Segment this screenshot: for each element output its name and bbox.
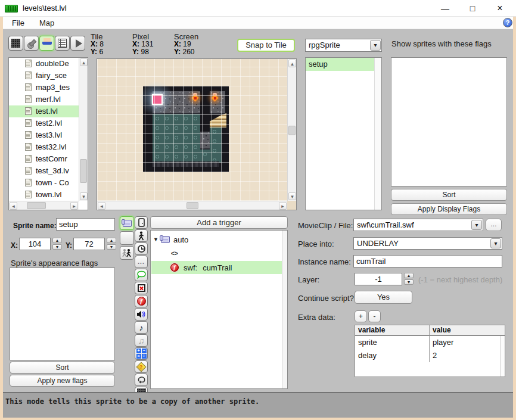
table-scrollbar[interactable]	[500, 336, 505, 377]
scroll-right-icon[interactable]	[70, 202, 78, 210]
file-list-hscrollbar[interactable]	[9, 201, 79, 210]
sprite-type-dropdown[interactable]: rpgSprite	[305, 39, 382, 52]
trigger-type-npc-button[interactable]	[120, 246, 134, 260]
level-file-list[interactable]: doubleDefairy_scemap3_tesmerf.lvltest.lv…	[8, 57, 88, 210]
stamp-mode-button[interactable]	[24, 36, 39, 51]
apply-display-flags-button[interactable]: Apply Display Flags	[391, 203, 507, 215]
trigger-music-button[interactable]: ♪	[135, 321, 148, 334]
browse-button[interactable]: ...	[486, 219, 502, 231]
file-list-item[interactable]: testComr	[9, 153, 79, 165]
file-list-item[interactable]: test32.lvl	[9, 141, 79, 153]
tree-item-code[interactable]: <>	[171, 247, 266, 260]
chevron-down-icon[interactable]	[471, 220, 482, 230]
scroll-down-icon[interactable]	[80, 192, 88, 200]
sprite-mode-button[interactable]	[39, 36, 54, 51]
scroll-down-icon[interactable]	[288, 192, 296, 200]
sprite-list-item[interactable]: setup	[306, 58, 374, 71]
vscroll-thumb[interactable]	[288, 126, 296, 135]
spin-up-icon[interactable]	[107, 238, 116, 243]
file-list-item[interactable]: doubleDe	[9, 58, 79, 70]
trigger-loop-button[interactable]	[135, 374, 148, 386]
sprite-sort-button[interactable]: Sort	[10, 362, 115, 374]
canvas-hscrollbar[interactable]	[97, 201, 287, 210]
spin-up-icon[interactable]	[52, 238, 62, 243]
trigger-timer-button[interactable]	[135, 242, 148, 255]
expander-icon[interactable]: ▼	[153, 237, 158, 242]
file-list-item[interactable]: test.lvl	[9, 105, 79, 117]
file-list-item[interactable]: town.lvl	[9, 189, 79, 201]
hscroll-thumb[interactable]	[27, 202, 46, 209]
file-list-item[interactable]: test3.lvl	[9, 129, 79, 141]
trigger-walk-button[interactable]	[135, 229, 148, 242]
add-trigger-button[interactable]: Add a trigger	[150, 216, 288, 229]
layer-stepper[interactable]	[404, 273, 414, 285]
place-into-dropdown[interactable]: UNDERLAY	[353, 237, 502, 250]
help-icon[interactable]: ?	[503, 18, 512, 27]
spin-down-icon[interactable]	[52, 244, 62, 250]
appearance-flags-list[interactable]	[10, 267, 115, 360]
map-canvas[interactable]	[97, 58, 297, 210]
map-viewport[interactable]	[97, 59, 287, 201]
scroll-right-icon[interactable]	[279, 202, 287, 210]
trigger-door-button[interactable]	[135, 216, 148, 229]
sprite-list-scrollbar[interactable]	[374, 58, 381, 210]
sprite-y-input[interactable]	[73, 238, 105, 250]
sprite-y-stepper[interactable]	[107, 238, 116, 250]
file-list-vscrollbar[interactable]	[79, 58, 88, 201]
continue-script-button[interactable]: Yes	[355, 291, 412, 304]
canvas-vscrollbar[interactable]	[287, 59, 296, 201]
selected-sprite-marker[interactable]	[152, 94, 163, 105]
file-list-item[interactable]: map3_tes	[9, 82, 79, 94]
trigger-dialog-button[interactable]	[135, 269, 148, 281]
trigger-remove-button[interactable]	[135, 282, 148, 294]
scroll-left-icon[interactable]	[98, 202, 105, 210]
trigger-sound-button[interactable]	[135, 308, 148, 321]
list-mode-button[interactable]	[55, 36, 70, 51]
hscroll-thumb[interactable]	[186, 202, 198, 209]
trigger-condition-button[interactable]: ?	[135, 360, 148, 373]
file-list-item[interactable]: town - Co	[9, 177, 79, 189]
trigger-type-script-button[interactable]	[120, 216, 134, 230]
tree-item-auto[interactable]: ▼ auto	[153, 233, 272, 246]
snap-to-tile-button[interactable]: Snap to Tile	[237, 39, 295, 52]
apply-new-flags-button[interactable]: Apply new flags	[10, 375, 115, 387]
table-row[interactable]: delay2	[355, 349, 505, 362]
scroll-up-icon[interactable]	[288, 60, 296, 67]
file-list-item[interactable]: test_3d.lv	[9, 165, 79, 177]
close-button[interactable]: ×	[486, 0, 514, 17]
chevron-down-icon[interactable]	[370, 40, 381, 51]
extra-data-table[interactable]: variable value spriteplayerdelay2	[355, 325, 505, 377]
scroll-left-icon[interactable]	[10, 202, 17, 210]
tree-item-swf[interactable]: f swf: cumTrail	[151, 261, 282, 274]
file-list-item[interactable]: merf.lvl	[9, 94, 79, 105]
tile-mode-button[interactable]	[8, 36, 23, 51]
scroll-up-icon[interactable]	[80, 58, 88, 66]
trigger-math-button[interactable]: +−×÷	[135, 347, 148, 360]
table-row[interactable]: spriteplayer	[355, 336, 505, 349]
sprite-x-input[interactable]	[19, 238, 51, 250]
vscroll-thumb[interactable]	[80, 159, 87, 183]
display-flags-list[interactable]	[391, 57, 507, 186]
sprite-instance-list[interactable]: setup	[305, 57, 382, 210]
spin-down-icon[interactable]	[404, 279, 414, 285]
trigger-more-button[interactable]: ...	[135, 256, 148, 268]
menu-map[interactable]: Map	[35, 17, 59, 29]
flags-sort-button[interactable]: Sort	[391, 189, 507, 201]
trigger-type-sprite-button[interactable]	[120, 231, 134, 245]
instance-name-input[interactable]	[353, 255, 502, 267]
minimize-button[interactable]: —	[431, 0, 459, 17]
play-button[interactable]	[70, 36, 85, 51]
menu-file[interactable]: File	[7, 17, 29, 29]
tree-scrollbar[interactable]	[282, 231, 287, 388]
movieclip-dropdown[interactable]: swf\cumTrail.swf	[353, 219, 483, 231]
sprite-name-input[interactable]	[56, 218, 115, 231]
chevron-down-icon[interactable]	[490, 238, 501, 248]
file-list-item[interactable]: test2.lvl	[9, 117, 79, 129]
maximize-button[interactable]: □	[459, 0, 486, 17]
spin-down-icon[interactable]	[107, 244, 116, 250]
extra-add-button[interactable]: +	[355, 310, 367, 322]
extra-remove-button[interactable]: -	[368, 310, 381, 322]
sprite-x-stepper[interactable]	[52, 238, 62, 250]
spin-up-icon[interactable]	[404, 273, 414, 278]
trigger-tree[interactable]: ▼ auto <> f swf: cumTrail	[150, 230, 288, 389]
